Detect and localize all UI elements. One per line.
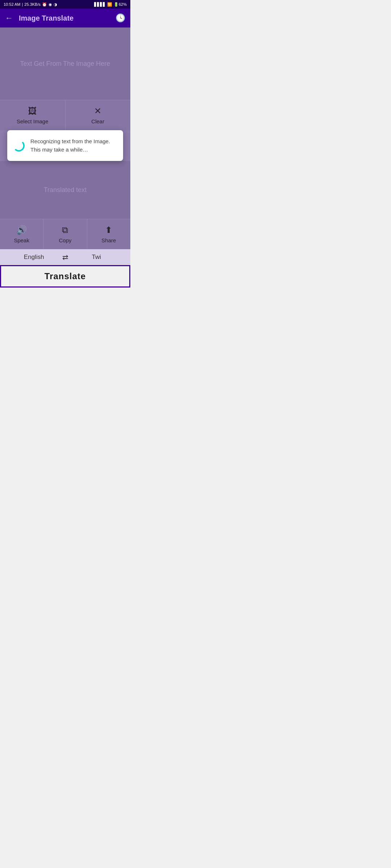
icon2: ◉ <box>49 2 52 7</box>
separator: | <box>22 2 23 7</box>
loading-spinner <box>13 140 25 152</box>
language-bar: English ⇄ Twi <box>0 249 130 265</box>
alarm-icon: ⏰ <box>42 2 47 7</box>
app-bar: ← Image Translate 🕓 <box>0 9 130 27</box>
history-button[interactable]: 🕓 <box>115 13 125 23</box>
back-button[interactable]: ← <box>5 13 13 23</box>
status-bar: 10:52 AM | 25.3KB/s ⏰ ◉ ◑ ▋▋▋▋ 🛜 🔋62% <box>0 0 130 9</box>
page-title: Image Translate <box>19 14 115 22</box>
time: 10:52 AM <box>4 2 20 7</box>
wifi-icon: 🛜 <box>107 2 112 7</box>
status-left: 10:52 AM | 25.3KB/s ⏰ ◉ ◑ <box>4 2 57 7</box>
icon3: ◑ <box>54 2 57 7</box>
target-language[interactable]: Twi <box>68 254 125 261</box>
main-content: Text Get From The Image Here 🖼 Select Im… <box>0 27 130 249</box>
status-right: ▋▋▋▋ 🛜 🔋62% <box>94 2 127 7</box>
translate-button[interactable]: Translate <box>0 265 130 288</box>
battery-icon: 🔋62% <box>114 2 127 7</box>
signal-icon: ▋▋▋▋ <box>94 2 106 7</box>
loading-text: Recognizing text from the Image. This ma… <box>30 137 110 154</box>
swap-languages-button[interactable]: ⇄ <box>62 253 68 261</box>
network-speed: 25.3KB/s <box>24 2 41 7</box>
source-language[interactable]: English <box>6 254 62 261</box>
loading-dialog: Recognizing text from the Image. This ma… <box>7 130 123 161</box>
